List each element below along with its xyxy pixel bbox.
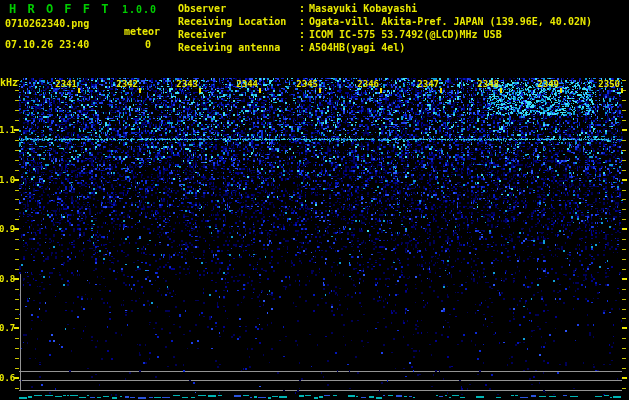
datetime-label: 07.10.26 23:40	[5, 39, 89, 50]
x-axis-tick-label: 2345	[293, 79, 318, 89]
info-label: Receiving antenna	[178, 42, 299, 53]
info-separator: :	[299, 3, 309, 14]
app-version: 1.0.0	[122, 4, 157, 15]
info-row-receiving-location: Receiving Location:Ogata-vill. Akita-Pre…	[178, 16, 592, 27]
x-axis-tick-label: 2349	[534, 79, 559, 89]
mode-label: meteor	[124, 26, 160, 37]
info-value: Ogata-vill. Akita-Pref. JAPAN (139.96E, …	[309, 16, 592, 27]
info-label: Observer	[178, 3, 299, 14]
output-filename: 0710262340.png	[5, 18, 89, 29]
info-label: Receiver	[178, 29, 299, 40]
info-value: A504HB(yagi 4el)	[309, 42, 405, 53]
y-axis-tick-label: 0.6	[0, 373, 15, 383]
y-axis-tick-label: 0.7	[0, 323, 15, 333]
y-axis-tick-label: 1.1	[0, 125, 15, 135]
x-axis-tick-label: 2343	[173, 79, 198, 89]
y-axis-tick-label: 1.0	[0, 175, 15, 185]
y-axis-tick-label: 0.9	[0, 224, 15, 234]
y-axis-tick-label: 0.8	[0, 274, 15, 284]
x-axis-tick-label: 2344	[233, 79, 258, 89]
meteor-count: 0	[145, 39, 151, 50]
x-axis-tick-label: 2341	[52, 79, 77, 89]
spectrogram-canvas	[0, 0, 629, 400]
x-axis-tick-label: 2348	[474, 79, 499, 89]
x-axis-tick-label: 2346	[354, 79, 379, 89]
x-axis-tick-label: 2347	[414, 79, 439, 89]
y-axis-unit-label: kHz	[0, 77, 18, 88]
info-separator: :	[299, 42, 309, 53]
info-separator: :	[299, 16, 309, 27]
app-title: H R O F F T	[9, 2, 110, 16]
info-row-receiver: Receiver:ICOM IC-575 53.7492(@LCD)MHz US…	[178, 29, 502, 40]
x-axis-tick-label: 2350	[595, 79, 620, 89]
info-separator: :	[299, 29, 309, 40]
info-value: ICOM IC-575 53.7492(@LCD)MHz USB	[309, 29, 502, 40]
hrofft-screen: H R O F F T 1.0.0 0710262340.png meteor …	[0, 0, 629, 400]
info-label: Receiving Location	[178, 16, 299, 27]
info-row-observer: Observer:Masayuki Kobayashi	[178, 3, 417, 14]
x-axis-tick-label: 2342	[113, 79, 138, 89]
info-value: Masayuki Kobayashi	[309, 3, 417, 14]
info-row-receiving-antenna: Receiving antenna:A504HB(yagi 4el)	[178, 42, 405, 53]
